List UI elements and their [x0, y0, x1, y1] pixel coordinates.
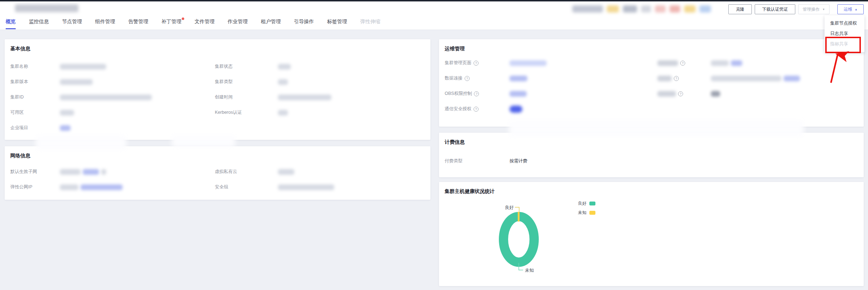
panel-title: 网络信息: [10, 153, 30, 159]
value-redacted[interactable]: [60, 125, 71, 131]
status-chip-redacted: [670, 5, 680, 12]
field-label: 虚拟私有云: [215, 169, 237, 175]
help-icon[interactable]: ?: [474, 91, 479, 96]
status-chip-redacted: [684, 5, 696, 12]
tab-作业管理[interactable]: 作业管理: [228, 19, 248, 29]
field-row: 企业项目: [10, 120, 210, 136]
field-value: [711, 91, 720, 97]
value-redacted: [60, 64, 106, 70]
field-label: 集群ID: [10, 94, 24, 100]
manage-ops-button: 管理操作▼: [798, 4, 830, 14]
field-label: 集群状态: [215, 63, 233, 70]
value-redacted[interactable]: [510, 60, 547, 66]
status-chip-redacted: [607, 5, 619, 12]
tab-监控信息[interactable]: 监控信息: [29, 19, 49, 29]
button-label: 运维: [844, 6, 852, 12]
field-row: 集群名称: [10, 59, 210, 74]
mrs-cluster-overview-page: 克隆下载认证凭证管理操作▼运维▲ 概览监控信息节点管理组件管理告警管理补丁管理文…: [0, 0, 868, 290]
host-health-donut-chart: 良好 未知: [439, 182, 864, 286]
tab-标签管理[interactable]: 标签管理: [327, 19, 347, 29]
field-row: 集群ID: [10, 90, 210, 105]
value-redacted[interactable]: [784, 76, 800, 81]
value-redacted: [278, 64, 291, 70]
donut-slice-good[interactable]: [503, 217, 534, 262]
value-redacted: [60, 184, 78, 190]
value-redacted: [711, 91, 720, 97]
field-value: 按需计费: [510, 158, 527, 164]
om-button[interactable]: 运维▲: [837, 4, 864, 14]
field-value: [60, 64, 106, 70]
field-label: 弹性公网IP: [10, 184, 32, 190]
help-icon[interactable]: ?: [680, 61, 685, 66]
field-value: [60, 169, 106, 175]
value-redacted[interactable]: [510, 91, 527, 97]
field-label-redacted: [657, 91, 676, 97]
field-row: 虚拟私有云: [215, 164, 414, 179]
field-label-redacted: [657, 60, 678, 66]
field-row: Kerberos认证: [215, 105, 414, 120]
field-label: 集群类型: [215, 79, 233, 85]
tab-引导操作[interactable]: 引导操作: [294, 19, 314, 29]
field-label: 安全组: [215, 184, 228, 190]
field-row: 数据连接?: [445, 71, 644, 86]
help-icon[interactable]: ?: [474, 61, 479, 66]
help-icon[interactable]: ?: [465, 76, 470, 81]
tab-补丁管理[interactable]: 补丁管理: [161, 19, 181, 29]
field-label: ?: [657, 60, 685, 66]
field-label: 集群管理页面?: [445, 60, 479, 66]
dropdown-item-日志共享[interactable]: 日志共享: [825, 29, 864, 39]
field-row: 弹性公网IP: [10, 179, 210, 195]
panel-title: 集群主机健康状况统计: [445, 188, 495, 195]
value-redacted[interactable]: [81, 184, 123, 190]
value-redacted[interactable]: [510, 76, 527, 81]
donut-slice-unknown[interactable]: [518, 212, 520, 222]
tab-弹性伸缩: 弹性伸缩: [360, 19, 380, 29]
tab-文件管理[interactable]: 文件管理: [195, 19, 215, 29]
field-label-redacted: [657, 76, 672, 81]
callout-label-unknown: 良好: [505, 205, 514, 210]
status-chip-redacted: [623, 5, 637, 12]
network-info-panel: 网络信息 默认生效子网弹性公网IP 虚拟私有云安全组: [5, 146, 430, 200]
field-value: [711, 60, 742, 66]
cluster-status-chips-redacted: [572, 5, 711, 13]
value-redacted[interactable]: [83, 169, 99, 175]
toggle-redacted[interactable]: [510, 106, 522, 113]
tab-告警管理[interactable]: 告警管理: [128, 19, 148, 29]
legend-item-good[interactable]: 良好: [578, 200, 595, 207]
field-label: 创建时间: [215, 94, 233, 100]
tab-租户管理[interactable]: 租户管理: [261, 19, 281, 29]
field-row: 默认生效子网: [10, 164, 210, 179]
clone-button[interactable]: 克隆: [728, 4, 752, 14]
value-redacted[interactable]: [731, 60, 742, 66]
value-redacted: [60, 110, 74, 116]
help-icon[interactable]: ?: [678, 91, 683, 96]
field-row: 创建时间: [215, 90, 414, 105]
field-label: 默认生效子网: [10, 169, 37, 175]
download-credential-button[interactable]: 下载认证凭证: [755, 4, 795, 14]
field-value: [60, 79, 93, 85]
tab-组件管理[interactable]: 组件管理: [95, 19, 115, 29]
help-icon[interactable]: ?: [674, 76, 679, 81]
field-value: [278, 79, 288, 85]
blur-patch: [509, 120, 804, 137]
field-row: 集群类型: [215, 74, 414, 90]
field-row: ?: [657, 86, 857, 101]
field-label: 数据连接?: [445, 75, 470, 81]
help-icon[interactable]: ?: [474, 107, 479, 112]
field-label: 企业项目: [10, 125, 28, 131]
legend-swatch-unknown: [589, 211, 595, 215]
blur-patch: [172, 134, 235, 148]
dropdown-item-集群节点授权[interactable]: 集群节点授权: [825, 18, 864, 29]
tab-概览[interactable]: 概览: [6, 19, 16, 29]
field-row: 可用区: [10, 105, 210, 120]
legend-label: 未知: [578, 210, 587, 216]
field-value: [60, 95, 152, 100]
tab-节点管理[interactable]: 节点管理: [62, 19, 82, 29]
field-value: [711, 76, 800, 81]
status-chip-redacted: [699, 5, 711, 12]
button-label: 管理操作: [803, 6, 820, 12]
field-label: ?: [657, 91, 683, 97]
legend-swatch-good: [589, 202, 595, 205]
legend-item-unknown[interactable]: 未知: [578, 210, 595, 216]
value-redacted: [60, 95, 152, 100]
